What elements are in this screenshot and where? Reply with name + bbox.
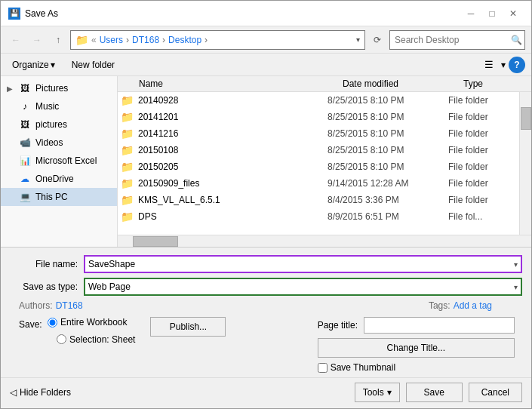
cancel-button[interactable]: Cancel — [469, 383, 522, 402]
selection-sheet-radio[interactable] — [57, 334, 66, 344]
sidebar-item-pictures[interactable]: ▶ 🖼 Pictures — [1, 79, 117, 97]
sidebar-pictures-label: Pictures — [35, 83, 68, 94]
new-folder-button[interactable]: New folder — [66, 57, 120, 72]
sidebar-videos-label: Videos — [35, 137, 63, 148]
search-bar[interactable]: 🔍 — [389, 30, 525, 50]
file-name-cell: 📁 20140928 — [121, 94, 328, 106]
file-name-input-wrapper: ▾ — [84, 255, 522, 273]
table-row[interactable]: 📁 KMS_VL_ALL_6.5.1 8/4/2015 3:36 PM File… — [118, 192, 519, 208]
file-name-cell: 📁 20150909_files — [121, 177, 328, 189]
file-name: 20150108 — [138, 145, 178, 155]
help-button[interactable]: ? — [509, 57, 525, 73]
close-button[interactable]: ✕ — [503, 6, 524, 21]
table-row[interactable]: 📁 20150108 8/25/2015 8:10 PM File folder — [118, 142, 519, 158]
breadcrumb-sep3: › — [162, 35, 165, 45]
file-date-cell: 8/25/2015 8:10 PM — [328, 145, 448, 155]
selection-sheet-label: Selection: Sheet — [69, 334, 135, 345]
file-type-cell: File folder — [448, 95, 516, 106]
hide-folders-button[interactable]: ◁ Hide Folders — [10, 387, 71, 398]
up-button[interactable]: ↑ — [49, 31, 67, 49]
thispc-icon: 💻 — [19, 191, 31, 203]
breadcrumb-sep2: › — [126, 35, 129, 45]
file-date-cell: 8/9/2015 6:51 PM — [328, 211, 448, 222]
column-type[interactable]: Type — [463, 78, 531, 89]
file-type-cell: File folder — [448, 161, 516, 172]
authors-value[interactable]: DT168 — [56, 300, 83, 311]
excel-icon: 📊 — [19, 155, 31, 167]
music-icon: ♪ — [19, 100, 31, 112]
file-type-cell: File folder — [448, 145, 516, 155]
search-icon: 🔍 — [511, 35, 522, 45]
entire-workbook-radio[interactable] — [48, 318, 57, 328]
sidebar-item-music[interactable]: ♪ Music — [1, 97, 117, 115]
entire-workbook-label: Entire Workbook — [60, 317, 127, 328]
sidebar-item-pictures2[interactable]: 🖼 pictures — [1, 115, 117, 134]
save-button[interactable]: Save — [406, 383, 463, 402]
breadcrumb-users[interactable]: Users — [100, 35, 123, 45]
file-name-row: File name: ▾ — [10, 255, 522, 273]
tools-dropdown-icon: ▾ — [387, 387, 392, 398]
table-row[interactable]: 📁 20150909_files 9/14/2015 12:28 AM File… — [118, 175, 519, 192]
videos-icon: 📹 — [19, 137, 31, 149]
breadcrumb-dropdown-icon[interactable]: ▾ — [356, 35, 360, 44]
breadcrumb-sep4: › — [204, 35, 208, 45]
file-name: DPS — [138, 211, 157, 222]
file-type-cell: File folder — [448, 112, 516, 122]
sidebar-item-thispc[interactable]: 💻 This PC — [1, 188, 117, 206]
file-name-dropdown-icon[interactable]: ▾ — [514, 260, 518, 269]
selection-sheet-option[interactable]: Selection: Sheet — [57, 334, 135, 345]
hide-folders-icon: ◁ — [10, 387, 17, 398]
sidebar-item-onedrive[interactable]: ☁ OneDrive — [1, 170, 117, 188]
sidebar-excel-label: Microsoft Excel — [35, 155, 97, 166]
minimize-button[interactable]: ─ — [460, 6, 481, 21]
vertical-scrollbar[interactable] — [519, 92, 531, 235]
breadcrumb[interactable]: 📁 « Users › DT168 › Desktop › ▾ — [70, 30, 365, 50]
table-row[interactable]: 📁 DPS 8/9/2015 6:51 PM File fol... — [118, 208, 519, 225]
page-title-label: Page title: — [318, 320, 358, 331]
table-row[interactable]: 📁 20141216 8/25/2015 8:10 PM File folder — [118, 125, 519, 142]
view-dropdown-icon[interactable]: ▾ — [501, 60, 506, 70]
sidebar-item-excel[interactable]: 📊 Microsoft Excel — [1, 152, 117, 170]
hide-folders-label: Hide Folders — [20, 387, 71, 398]
dialog-title: Save As — [25, 8, 460, 19]
table-row[interactable]: 📁 20141201 8/25/2015 8:10 PM File folder — [118, 109, 519, 125]
horizontal-scrollbar[interactable] — [118, 235, 531, 247]
forward-button[interactable]: → — [28, 31, 46, 49]
column-date[interactable]: Date modified — [343, 78, 463, 89]
view-change-button[interactable]: ☰ — [480, 56, 498, 74]
change-title-button[interactable]: Change Title... — [318, 338, 515, 358]
publish-button[interactable]: Publish... — [150, 317, 226, 337]
save-thumbnail-checkbox[interactable] — [318, 363, 328, 373]
save-thumbnail-row: Save Thumbnail — [318, 362, 515, 373]
table-row[interactable]: 📁 20140928 8/25/2015 8:10 PM File folder — [118, 92, 519, 109]
folder-icon: 📁 — [121, 144, 134, 156]
breadcrumb-dt168[interactable]: DT168 — [132, 35, 159, 45]
file-type-cell: File fol... — [448, 211, 516, 222]
page-title-row: Page title: — [318, 317, 515, 334]
file-name-label: File name: — [10, 259, 78, 269]
main-area: ▶ 🖼 Pictures ♪ Music 🖼 pictures 📹 Videos — [1, 76, 531, 247]
column-name[interactable]: Name — [118, 78, 343, 89]
breadcrumb-desktop[interactable]: Desktop — [168, 35, 201, 45]
title-bar: 💾 Save As ─ □ ✕ — [1, 1, 531, 26]
refresh-button[interactable]: ⟳ — [368, 31, 386, 49]
file-name-input[interactable] — [88, 259, 514, 269]
organize-label: Organize — [12, 60, 49, 70]
search-input[interactable] — [395, 35, 508, 45]
organize-toolbar: Organize ▾ New folder ☰ ▾ ? — [1, 54, 531, 76]
entire-workbook-option[interactable]: Entire Workbook — [48, 317, 127, 328]
table-row[interactable]: 📁 20150205 8/25/2015 8:10 PM File folder — [118, 158, 519, 175]
maximize-button[interactable]: □ — [481, 6, 503, 21]
file-name: 20141201 — [138, 112, 178, 122]
save-as-type-dropdown[interactable]: Web Page ▾ — [84, 278, 522, 296]
organize-button[interactable]: Organize ▾ — [7, 57, 60, 72]
back-button[interactable]: ← — [7, 31, 25, 49]
sidebar-item-videos[interactable]: 📹 Videos — [1, 134, 117, 152]
file-date-cell: 8/4/2015 3:36 PM — [328, 195, 448, 205]
tags-value[interactable]: Add a tag — [454, 300, 492, 311]
page-title-input[interactable] — [364, 317, 515, 334]
file-list-header: Name Date modified Type — [118, 76, 531, 92]
file-name-cell: 📁 20150108 — [121, 144, 328, 156]
tools-button[interactable]: Tools ▾ — [355, 383, 400, 402]
sidebar-thispc-label: This PC — [35, 192, 68, 202]
